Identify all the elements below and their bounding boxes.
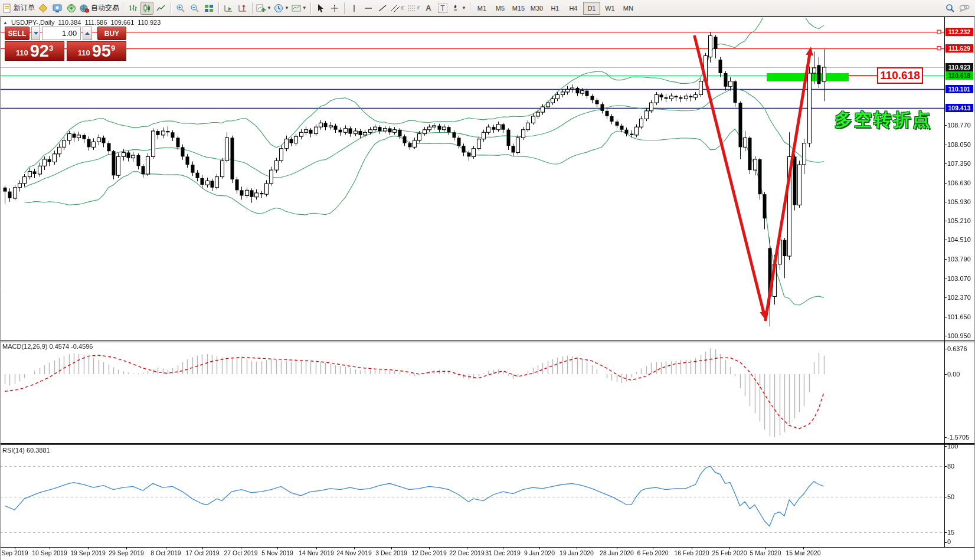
date-axis-label: 6 Feb 2020	[637, 549, 668, 556]
buy-price-pip: 9	[111, 44, 115, 53]
price-scale-tick: 106.630	[947, 179, 971, 186]
rsi-scale-tick: 0	[947, 538, 951, 545]
price-tag-112.232: 112.232	[945, 28, 973, 36]
mt4-terminal-window: { "toolbar": { "new_order_label": "新订单",…	[0, 0, 975, 560]
date-axis-label: Sep 2019	[2, 549, 28, 556]
ohlc-close: 110.923	[138, 19, 161, 26]
date-axis-label: 3 Dec 2019	[375, 549, 407, 556]
date-axis-label: 22 Dec 2019	[449, 549, 485, 556]
sell-price-pip: 3	[49, 44, 53, 53]
rsi-scale-tick: 50	[947, 493, 954, 500]
price-tag-110.101: 110.101	[945, 85, 973, 93]
date-axis-label: 24 Nov 2019	[336, 549, 372, 556]
rsi-scale-tick: 100	[947, 443, 958, 450]
spinner-down-icon	[34, 32, 38, 35]
date-axis-label: 25 Feb 2020	[712, 549, 747, 556]
rsi-scale-tick: 80	[947, 463, 954, 470]
buy-price-main: 95	[92, 42, 111, 60]
date-axis-label: 16 Feb 2020	[675, 549, 709, 556]
spinner-up-icon	[85, 32, 90, 35]
date-axis-label: 5 Mar 2020	[750, 549, 781, 556]
price-tag-109.413: 109.413	[945, 104, 973, 112]
volume-input[interactable]: 1.00	[42, 27, 81, 40]
zone-price-callout: 110.618	[877, 67, 923, 84]
rsi-label: RSI(14) 60.3881	[2, 447, 50, 454]
rsi-scale-tick: 15	[947, 529, 954, 536]
price-chart-canvas[interactable]	[0, 0, 975, 560]
price-scale-tick: 108.770	[947, 122, 971, 129]
date-axis-label: 9 Jan 2020	[524, 549, 555, 556]
macd-scale-tick: -1.5705	[947, 434, 969, 441]
ohlc-low: 109.661	[111, 19, 135, 26]
price-tag-110.618: 110.618	[945, 71, 973, 80]
date-axis-label: 17 Oct 2019	[185, 549, 219, 556]
price-scale-tick: 105.210	[947, 217, 971, 224]
price-tag-110.923: 110.923	[945, 63, 973, 71]
sell-price-main: 92	[30, 42, 49, 60]
price-scale-tick: 102.370	[947, 294, 971, 301]
date-axis-label: 5 Nov 2019	[261, 549, 293, 556]
date-axis-label: 14 Nov 2019	[299, 549, 334, 556]
date-axis-label: 29 Sep 2019	[109, 549, 144, 556]
volume-increase-button[interactable]	[83, 27, 92, 40]
date-axis-label: 19 Jan 2020	[560, 549, 594, 556]
sell-price-handle: 110	[16, 48, 28, 57]
price-scale-tick: 103.790	[947, 256, 971, 263]
symbol-marker-icon: ▲	[3, 20, 8, 25]
price-scale-tick: 108.050	[947, 141, 971, 148]
ohlc-open: 110.384	[58, 19, 81, 26]
buy-price-handle: 110	[78, 48, 90, 57]
price-scale-tick: 103.070	[947, 275, 971, 282]
macd-scale-tick: 0.6376	[947, 345, 967, 352]
buy-price-button[interactable]: 110 95 9	[67, 41, 126, 61]
turning-point-annotation: 多空转折点	[835, 108, 932, 132]
price-scale-tick: 104.510	[947, 236, 971, 243]
price-scale-tick: 101.650	[947, 313, 971, 320]
date-axis-label: 28 Jan 2020	[600, 549, 634, 556]
date-axis-label: 15 Mar 2020	[786, 549, 821, 556]
date-axis-label: 31 Dec 2019	[485, 549, 521, 556]
macd-scale-tick: 0.00	[947, 371, 960, 378]
date-axis-label: 8 Oct 2019	[150, 549, 181, 556]
volume-decrease-button[interactable]	[31, 27, 41, 40]
date-axis-label: 10 Sep 2019	[32, 549, 67, 556]
date-axis-label: 19 Sep 2019	[70, 549, 106, 556]
macd-label: MACD(12,26,9) 0.4574 -0.4596	[2, 343, 93, 350]
chart-title: ▲ USDJPY-,Daily 110.384 111.586 109.661 …	[3, 19, 161, 26]
date-axis-label: 27 Oct 2019	[224, 549, 257, 556]
price-scale-tick: 105.930	[947, 198, 971, 205]
ohlc-high: 111.586	[84, 19, 107, 26]
price-scale-tick: 107.350	[947, 160, 971, 167]
price-scale-tick: 100.950	[947, 332, 971, 339]
one-click-trading-panel: SELL 1.00 BUY 110 92 3 110 95 9	[5, 27, 126, 61]
symbol-name: USDJPY-,Daily	[11, 19, 55, 26]
sell-price-button[interactable]: 110 92 3	[5, 41, 64, 61]
sell-button[interactable]: SELL	[5, 27, 30, 40]
date-axis-label: 12 Dec 2019	[411, 549, 447, 556]
price-tag-111.629: 111.629	[945, 44, 973, 53]
buy-button[interactable]: BUY	[97, 27, 126, 40]
